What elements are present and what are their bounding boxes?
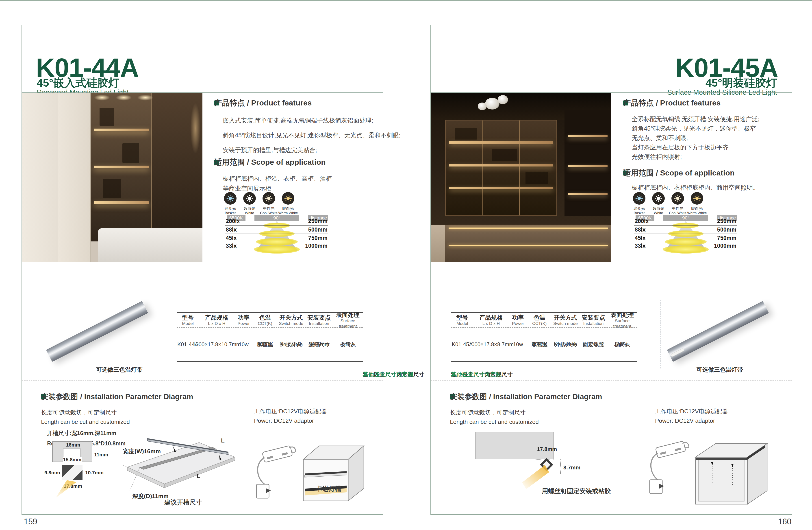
ceiling-spot-light xyxy=(137,95,153,100)
vertical-dashed-divider xyxy=(661,300,661,368)
lux-distance-row: 33lx 1000mm xyxy=(225,242,328,250)
page-number-right: 160 xyxy=(778,517,792,526)
strip-caption: 可选做三色温灯带 xyxy=(96,366,143,374)
beam-distance-chart: 6500K 90° distance 200lx 250mm 88lx 500m… xyxy=(225,215,328,260)
light-label-cn: 暖白光 xyxy=(282,206,294,211)
catalog-spread: K01-44A 45°嵌入式硅胶灯 Recessed Mounting Led … xyxy=(0,0,812,530)
distance-value: 1000mm xyxy=(714,242,737,249)
aluminum-profile xyxy=(46,301,148,362)
scope-heading-label: 适用范围 / Scope of application xyxy=(214,157,326,167)
light-label-cn: 冰蓝光 xyxy=(634,206,645,211)
cross-section-diagram: 16mm 11mm 15.8mm 9.8mm 10.7mm 17.8mm xyxy=(44,440,107,494)
beam-distance-chart: 6500K 90° distance 200lx 250mm 88lx 500m… xyxy=(634,215,737,260)
cell-switch: 外接开关No switch xyxy=(277,328,305,361)
surface-mount-diagram: 17.8mm 8.7mm 用螺丝钉固定安装或粘胶 xyxy=(475,431,605,499)
cell-surface: 极简灰grey xyxy=(607,328,637,361)
power-note-cn: 工作电压:DC12V电源适配器 xyxy=(655,407,728,416)
shelf-item xyxy=(525,172,548,184)
lit-shelf xyxy=(94,201,149,204)
glass-door-cabinet xyxy=(445,120,557,216)
lux-value: 88lx xyxy=(226,226,237,233)
lit-shelf xyxy=(568,135,608,137)
installation-section-heading: 安装参数图 / Installation Parameter Diagram xyxy=(41,394,46,399)
col-header-en: Installation xyxy=(309,321,329,326)
col-header-cn: 功率 xyxy=(238,314,249,321)
installation-section-heading: 安装参数图 / Installation Parameter Diagram xyxy=(450,394,455,399)
light-label-cn: 中性光 xyxy=(263,206,275,211)
open-shelves xyxy=(565,110,611,216)
power-note-en: Power: DC12V adaptor xyxy=(254,416,327,426)
lux-distance-row: 200lx 250mm xyxy=(634,218,737,225)
length-note-cn: 长度可随意裁切，可定制尺寸 xyxy=(450,408,539,417)
led-strip-glow xyxy=(449,227,608,229)
ceiling-spot-light xyxy=(116,95,132,100)
length-note: 长度可随意裁切，可定制尺寸 Length can be cut and cust… xyxy=(450,408,539,427)
scope-text: 橱柜柜底柜内、衣柜柜底柜内、商用空间照明。 xyxy=(632,183,789,193)
spec-table-header: 型号Model 产品规格L x D x H 功率Power 色温CCT(K) 开… xyxy=(177,313,363,328)
cell-install: 自攻螺丝固定即可 xyxy=(580,328,608,361)
shelf-item xyxy=(100,108,114,125)
cell-switch: 外接开关No switch xyxy=(551,328,580,361)
dim-height-87: 8.7mm xyxy=(563,464,580,471)
scope-heading-label: 适用范围 / Scope of application xyxy=(623,168,735,178)
led-profile-photo xyxy=(668,298,767,365)
cell-cct: 3000K4000K6000K冰蓝光双色温 xyxy=(253,328,277,361)
length-note-en: Length can be cut and customized xyxy=(41,417,130,427)
dim-height-107: 10.7mm xyxy=(85,470,104,476)
col-header-en: Surface treatment xyxy=(333,318,363,329)
vertical-dashed-divider xyxy=(136,300,136,368)
adaptor-schematic xyxy=(646,436,691,494)
distance-value: 1000mm xyxy=(305,242,328,249)
cell-install: 开槽尺寸宽16mm深16mm xyxy=(305,328,333,361)
col-header-cn: 型号 xyxy=(456,314,468,321)
cell-size: 1000×17.8×8.7mm xyxy=(474,328,509,361)
features-text: 全系标配无氧铜线,无须开槽,安装便捷,用途广泛;斜角45°硅胶柔光，见光不见灯，… xyxy=(632,114,789,162)
power-note-en: Power: DC12V adaptor xyxy=(655,416,728,426)
flower-vase xyxy=(478,102,487,110)
light-label-cn: 超白光 xyxy=(653,206,664,211)
length-L-label: L xyxy=(221,437,224,444)
col-header-en: Installation xyxy=(583,321,604,326)
distance-value: 250mm xyxy=(717,218,737,224)
lux-distance-row: 45lx 750mm xyxy=(225,235,328,242)
page-number-left: 159 xyxy=(24,517,37,526)
spec-table: 型号Model 产品规格L x D x H 功率Power 色温CCT(K) 开… xyxy=(177,312,363,362)
light-beam xyxy=(53,480,80,498)
sun-icon xyxy=(652,192,665,205)
col-header-cn: 色温 xyxy=(259,314,271,321)
sun-icon xyxy=(691,192,703,205)
light-label-cn: 冰蓝光 xyxy=(224,206,236,211)
col-header-cn: 表面处理 xyxy=(336,311,360,318)
lit-shelf xyxy=(568,193,608,195)
dimension-line xyxy=(560,459,561,474)
horizontal-dashed-divider xyxy=(22,380,383,380)
light-color-cool-white: 中性光 Cool White xyxy=(668,192,687,215)
led-strip-glow xyxy=(449,245,608,246)
col-header-en: Power xyxy=(238,321,250,326)
note-highlight: 其他任意尺寸可定制 xyxy=(363,371,413,378)
sun-icon xyxy=(671,192,684,205)
page-right: K01-45A 45°明装硅胶灯 Surface Mounted Silicon… xyxy=(431,25,792,515)
lux-distance-row: 33lx 1000mm xyxy=(634,242,737,250)
distance-value: 500mm xyxy=(717,226,737,233)
lit-shelf xyxy=(449,187,553,189)
warm-glow xyxy=(190,103,200,154)
light-color-cool-white: 中性光 Cool White xyxy=(259,192,278,215)
shelf-item xyxy=(122,143,139,163)
col-header-en: L x D x H xyxy=(482,321,500,326)
lux-value: 33lx xyxy=(226,242,237,249)
board-cross-section xyxy=(475,432,554,459)
lux-value: 200lx xyxy=(635,218,649,224)
product-photo xyxy=(22,93,202,262)
drawer-unit xyxy=(445,225,611,262)
col-header-cn: 开关方式 xyxy=(279,314,303,321)
distance-value: 250mm xyxy=(308,218,328,224)
sun-icon xyxy=(243,192,256,205)
glass-door-frame xyxy=(519,121,520,215)
col-header-en: Surface treatment xyxy=(607,318,637,329)
length-note-cn: 长度可随意裁切，可定制尺寸 xyxy=(41,408,130,417)
cabinet-caption: 卡进灯槽 xyxy=(306,485,351,493)
col-header-en: CCT(K) xyxy=(258,321,272,326)
features-heading-label: 产品特点 / Product features xyxy=(214,98,312,108)
scope-section-heading: 适用范围 / Scope of application xyxy=(214,160,219,165)
